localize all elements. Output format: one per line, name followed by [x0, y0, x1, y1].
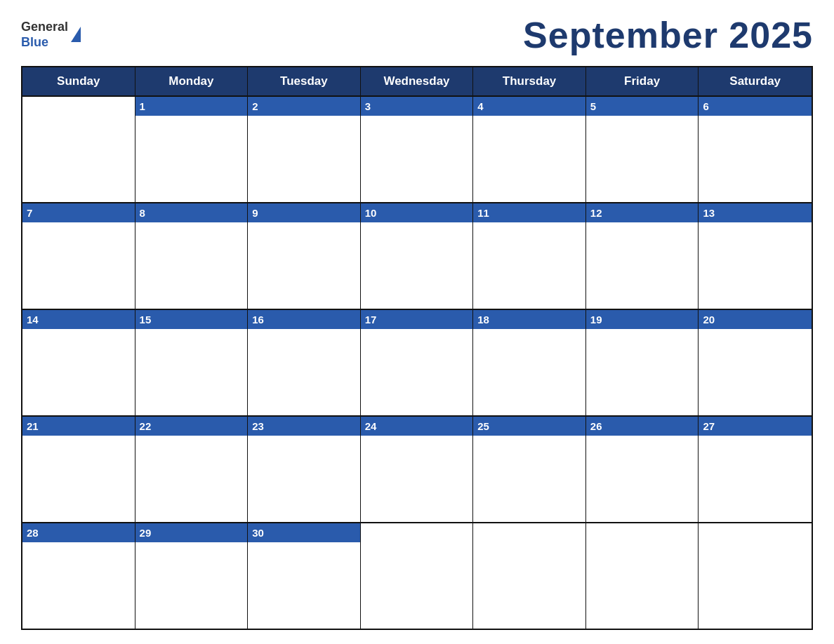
day-cell[interactable]: 13 — [699, 203, 812, 309]
day-cell[interactable]: 19 — [586, 310, 699, 415]
day-cell[interactable]: 17 — [361, 310, 474, 415]
day-number: 4 — [473, 97, 585, 116]
day-cell[interactable]: 26 — [586, 417, 699, 522]
day-number: 1 — [135, 97, 248, 116]
day-content — [248, 542, 360, 629]
day-cell[interactable]: 15 — [135, 310, 249, 415]
day-number: 16 — [248, 310, 360, 329]
day-cell[interactable]: 21 — [22, 417, 135, 522]
day-cell[interactable]: 25 — [473, 417, 586, 522]
calendar: SundayMondayTuesdayWednesdayThursdayFrid… — [21, 66, 813, 630]
logo-general: General — [21, 20, 68, 35]
day-content — [473, 436, 585, 522]
day-header-friday: Friday — [586, 67, 699, 95]
day-number: 19 — [586, 310, 699, 329]
day-cell[interactable]: 2 — [248, 97, 361, 202]
day-cell[interactable] — [473, 523, 586, 629]
day-number: 30 — [248, 523, 360, 542]
day-number: 7 — [22, 203, 135, 222]
day-content — [248, 329, 360, 415]
day-content — [473, 116, 585, 202]
day-number: 14 — [22, 310, 135, 329]
day-header-thursday: Thursday — [473, 67, 586, 95]
day-cell[interactable]: 12 — [586, 203, 699, 309]
day-cell[interactable]: 11 — [473, 203, 586, 309]
day-cell[interactable]: 24 — [361, 417, 474, 522]
day-number: 5 — [586, 97, 699, 116]
day-number: 2 — [248, 97, 360, 116]
logo-text: General Blue — [21, 20, 68, 50]
day-cell[interactable] — [22, 97, 135, 202]
day-number: 15 — [135, 310, 248, 329]
day-number: 12 — [586, 203, 699, 222]
day-content — [361, 436, 473, 522]
day-header-wednesday: Wednesday — [361, 67, 474, 95]
day-content — [473, 542, 585, 629]
day-cell[interactable]: 8 — [135, 203, 249, 309]
day-header-sunday: Sunday — [22, 67, 135, 95]
day-content — [586, 222, 699, 309]
day-content — [699, 436, 812, 522]
week-row-3: 14151617181920 — [22, 309, 812, 415]
day-number: 8 — [135, 203, 248, 222]
day-content — [586, 329, 699, 415]
day-cell[interactable] — [586, 523, 699, 629]
week-row-5: 282930 — [22, 522, 812, 629]
logo: General Blue — [21, 20, 81, 50]
day-number: 18 — [473, 310, 585, 329]
day-cell[interactable]: 3 — [361, 97, 474, 202]
day-content — [135, 116, 248, 202]
day-content — [361, 222, 473, 309]
day-cell[interactable]: 1 — [135, 97, 249, 202]
day-content — [586, 116, 699, 202]
day-cell[interactable]: 9 — [248, 203, 361, 309]
calendar-body: 1234567891011121314151617181920212223242… — [22, 95, 812, 629]
day-content — [586, 542, 699, 629]
day-cell[interactable]: 22 — [135, 417, 249, 522]
day-content — [586, 436, 699, 522]
day-cell[interactable]: 14 — [22, 310, 135, 415]
day-number: 20 — [699, 310, 812, 329]
day-cell[interactable]: 16 — [248, 310, 361, 415]
day-number: 22 — [135, 417, 248, 436]
day-number: 17 — [361, 310, 473, 329]
day-cell[interactable]: 29 — [135, 523, 249, 629]
day-number: 13 — [699, 203, 812, 222]
day-header-tuesday: Tuesday — [248, 67, 361, 95]
day-number: 23 — [248, 417, 360, 436]
day-cell[interactable]: 10 — [361, 203, 474, 309]
day-number: 21 — [22, 417, 135, 436]
day-content — [248, 222, 360, 309]
day-cell[interactable]: 4 — [473, 97, 586, 202]
day-headers: SundayMondayTuesdayWednesdayThursdayFrid… — [22, 67, 812, 95]
day-cell[interactable]: 23 — [248, 417, 361, 522]
day-cell[interactable]: 27 — [699, 417, 812, 522]
logo-triangle-icon — [71, 27, 81, 42]
day-number: 10 — [361, 203, 473, 222]
day-cell[interactable]: 18 — [473, 310, 586, 415]
day-header-saturday: Saturday — [699, 67, 812, 95]
day-content — [22, 116, 135, 202]
day-content — [135, 329, 248, 415]
day-content — [699, 116, 812, 202]
day-content — [473, 329, 585, 415]
day-content — [473, 222, 585, 309]
day-cell[interactable]: 30 — [248, 523, 361, 629]
day-number: 11 — [473, 203, 585, 222]
day-cell[interactable]: 7 — [22, 203, 135, 309]
day-content — [135, 542, 248, 629]
day-number: 29 — [135, 523, 248, 542]
day-number: 26 — [586, 417, 699, 436]
week-row-2: 78910111213 — [22, 202, 812, 309]
day-cell[interactable]: 5 — [586, 97, 699, 202]
day-cell[interactable]: 20 — [699, 310, 812, 415]
day-content — [699, 542, 812, 629]
day-content — [22, 542, 135, 629]
day-cell[interactable]: 28 — [22, 523, 135, 629]
day-number: 28 — [22, 523, 135, 542]
day-cell[interactable] — [699, 523, 812, 629]
day-cell[interactable]: 6 — [699, 97, 812, 202]
day-number: 27 — [699, 417, 812, 436]
day-cell[interactable] — [361, 523, 474, 629]
day-content — [248, 116, 360, 202]
